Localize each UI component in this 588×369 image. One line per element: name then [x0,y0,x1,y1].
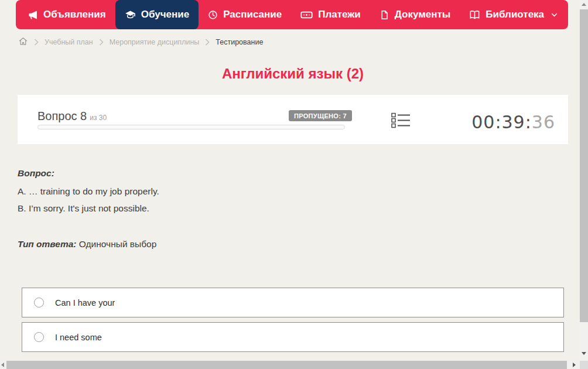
clock-icon [208,10,218,20]
breadcrumb-separator-icon [205,39,210,46]
answer-type-row: Тип ответа: Одиночный выбор [18,238,545,250]
breadcrumb: Учебный план Мероприятие дисциплины Тест… [18,36,263,49]
nav-item-payments[interactable]: Платежи [291,0,370,29]
nav-item-label: Расписание [223,9,282,20]
nav-item-library[interactable]: Библиотека [460,0,568,29]
question-list-icon[interactable] [391,112,411,130]
radio-button[interactable] [34,298,44,308]
progress-bar [37,125,345,129]
chevron-down-icon [551,11,558,19]
breadcrumb-item-testing: Тестирование [216,38,263,46]
nav-item-label: Обучение [141,9,189,20]
nav-item-learning[interactable]: Обучение [115,0,199,29]
breadcrumb-separator-icon [99,39,104,46]
scroll-left-arrow-icon[interactable] [1,363,4,367]
vertical-scrollbar[interactable] [580,0,588,361]
question-prompt-label: Вопрос: [18,168,545,179]
question-header-panel: Вопрос 8из 30 ПРОПУЩЕНО: 7 00:39:36 [18,95,568,144]
answer-option-label: Can I have your [55,298,115,308]
scroll-right-arrow-icon[interactable] [573,363,576,367]
breadcrumb-separator-icon [34,39,39,46]
question-total-label: из 30 [90,114,107,122]
nav-item-documents[interactable]: Документы [370,0,460,29]
graduation-cap-icon [125,9,136,20]
answer-options: Can I have your I need some [22,288,564,357]
question-body: Вопрос: A. … training to do my job prope… [18,168,545,256]
document-icon [380,10,389,20]
timer-main: 00:39: [471,112,532,132]
vertical-scrollbar-thumb[interactable] [580,9,588,322]
missed-badge: ПРОПУЩЕНО: 7 [289,110,352,121]
top-nav: Объявления Обучение Расписание Платежи Д… [16,0,568,29]
nav-item-label: Библиотека [486,9,544,20]
question-number-label: Вопрос 8 [37,110,87,122]
question-line-a: A. … training to do my job properly. [18,186,545,197]
scroll-down-arrow-icon[interactable] [582,352,586,355]
nav-item-schedule[interactable]: Расписание [199,0,291,29]
radio-button[interactable] [34,332,44,342]
scroll-up-arrow-icon[interactable] [582,3,586,6]
megaphone-icon [28,10,38,20]
timer: 00:39:36 [471,112,555,132]
timer-seconds: 36 [532,112,555,132]
question-number: Вопрос 8из 30 [37,110,107,123]
nav-item-label: Объявления [43,9,106,20]
answer-option[interactable]: Can I have your [22,288,564,317]
answer-type-value: Одиночный выбор [79,239,157,249]
banknote-icon [300,9,313,21]
answer-option[interactable]: I need some [22,322,564,352]
breadcrumb-item-discipline-event[interactable]: Мероприятие дисциплины [110,38,200,46]
home-icon[interactable] [18,36,28,48]
question-line-b: B. I’m sorry. It's just not possible. [18,203,545,214]
open-book-icon [469,9,480,20]
nav-item-label: Документы [395,9,451,20]
breadcrumb-item-study-plan[interactable]: Учебный план [45,38,93,46]
nav-item-label: Платежи [318,9,361,20]
horizontal-scrollbar-thumb[interactable] [6,361,567,369]
answer-option-label: I need some [55,333,102,342]
page-title: Английский язык (2) [0,66,586,82]
scrollbar-corner [580,361,588,369]
nav-item-announcements[interactable]: Объявления [19,0,115,29]
answer-type-label: Тип ответа: [18,239,77,249]
horizontal-scrollbar[interactable] [0,361,580,369]
app-window: Объявления Обучение Расписание Платежи Д… [0,0,588,369]
